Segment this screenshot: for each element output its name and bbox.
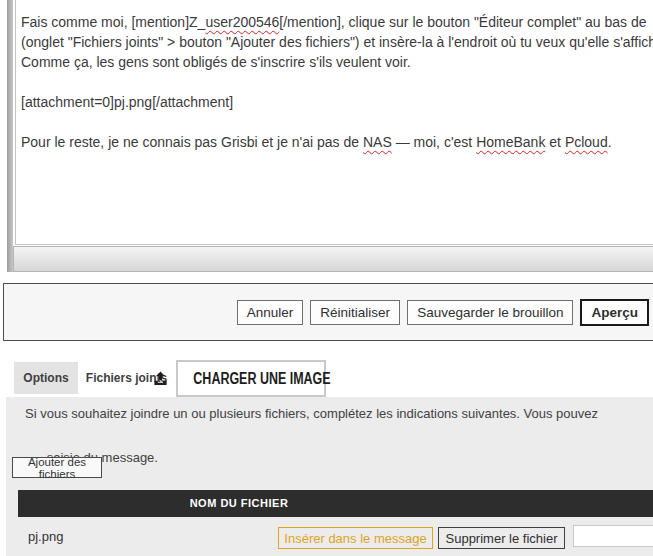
preview-button[interactable]: Aperçu — [580, 299, 649, 326]
add-files-button[interactable]: Ajouter des fichiers — [12, 457, 102, 478]
insert-in-message-button[interactable]: Insérer dans le message — [278, 527, 433, 549]
tab-options[interactable]: Options — [14, 362, 78, 394]
message-text: Fais comme moi, [mention]Z_user200546[/m… — [16, 0, 653, 152]
attachments-panel: Si vous souhaitez joindre un ou plusieur… — [6, 397, 653, 556]
filename-column-header: NOM DU FICHIER — [18, 490, 460, 517]
file-comment-input[interactable] — [573, 525, 653, 547]
upload-icon — [153, 371, 168, 386]
upload-image-label: CHARGER UNE IMAGE — [193, 370, 330, 388]
editor-left-edge — [7, 0, 13, 272]
upload-image-button[interactable]: CHARGER UNE IMAGE — [176, 360, 326, 397]
message-textarea[interactable]: Fais comme moi, [mention]Z_user200546[/m… — [15, 0, 653, 245]
attachments-table-header: NOM DU FICHIER — [18, 490, 653, 517]
attachments-instructions: Si vous souhaitez joindre un ou plusieur… — [25, 403, 653, 491]
submit-buttons-panel: Annuler Réinitialiser Sauvegarder le bro… — [3, 283, 653, 341]
attachment-filename: pj.png — [28, 529, 63, 544]
editor-status-bar — [13, 246, 653, 272]
delete-file-button[interactable]: Supprimer le fichier — [438, 527, 565, 549]
post-editor-screen: Fais comme moi, [mention]Z_user200546[/m… — [0, 0, 653, 556]
save-draft-button[interactable]: Sauvegarder le brouillon — [407, 300, 573, 325]
cancel-button[interactable]: Annuler — [237, 300, 304, 325]
instructions-line1: Si vous souhaitez joindre un ou plusieur… — [25, 406, 598, 421]
reset-button[interactable]: Réinitialiser — [310, 300, 400, 325]
